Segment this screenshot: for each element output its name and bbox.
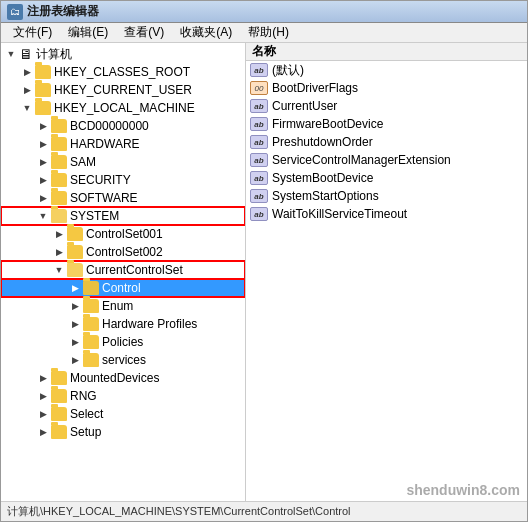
expander-ccs[interactable] <box>51 262 67 278</box>
tree-panel[interactable]: 🖥 计算机 HKEY_CLASSES_ROOT HKEY_CURRENT_USE… <box>1 43 246 501</box>
menu-file[interactable]: 文件(F) <box>5 22 60 43</box>
expander-setup[interactable] <box>35 424 51 440</box>
tree-node-policies[interactable]: Policies <box>1 333 245 351</box>
node-label-select: Select <box>70 407 103 421</box>
folder-icon-mounteddevices <box>51 371 67 385</box>
tree-node-cs001[interactable]: ControlSet001 <box>1 225 245 243</box>
expander-policies[interactable] <box>67 334 83 350</box>
node-label-enum: Enum <box>102 299 133 313</box>
expander-bcd[interactable] <box>35 118 51 134</box>
folder-icon-bcd <box>51 119 67 133</box>
expander-enum[interactable] <box>67 298 83 314</box>
expander-cs001[interactable] <box>51 226 67 242</box>
expander-select[interactable] <box>35 406 51 422</box>
reg-label-firmwarebootdevice: FirmwareBootDevice <box>272 117 383 131</box>
tree-node-bcd[interactable]: BCD00000000 <box>1 117 245 135</box>
reg-entry-bootdriverflags[interactable]: 00 BootDriverFlags <box>246 79 527 97</box>
expander-hwprofiles[interactable] <box>67 316 83 332</box>
expander-software[interactable] <box>35 190 51 206</box>
folder-icon-services <box>83 353 99 367</box>
node-label-computer: 计算机 <box>36 46 72 63</box>
reg-entry-waittokillservicetimeout[interactable]: ab WaitToKillServiceTimeout <box>246 205 527 223</box>
tree-node-rng[interactable]: RNG <box>1 387 245 405</box>
tree-node-hwprofiles[interactable]: Hardware Profiles <box>1 315 245 333</box>
tree-node-enum[interactable]: Enum <box>1 297 245 315</box>
expander-system[interactable] <box>35 208 51 224</box>
tree-node-select[interactable]: Select <box>1 405 245 423</box>
reg-label-waittokillservicetimeout: WaitToKillServiceTimeout <box>272 207 407 221</box>
folder-icon-hklm <box>35 101 51 115</box>
reg-label-systembootdevice: SystemBootDevice <box>272 171 373 185</box>
node-label-hwprofiles: Hardware Profiles <box>102 317 197 331</box>
right-panel: 名称 ab (默认) 00 BootDriverFlags ab Current… <box>246 43 527 501</box>
tree-node-sam[interactable]: SAM <box>1 153 245 171</box>
expander-control[interactable] <box>67 280 83 296</box>
folder-icon-enum <box>83 299 99 313</box>
reg-icon-firmwarebootdevice: ab <box>250 117 268 131</box>
expander-hkcr[interactable] <box>19 64 35 80</box>
expander-sam[interactable] <box>35 154 51 170</box>
node-label-security: SECURITY <box>70 173 131 187</box>
tree-node-services[interactable]: services <box>1 351 245 369</box>
menu-bar: 文件(F) 编辑(E) 查看(V) 收藏夹(A) 帮助(H) <box>1 23 527 43</box>
expander-security[interactable] <box>35 172 51 188</box>
expander-hkcu[interactable] <box>19 82 35 98</box>
node-label-services: services <box>102 353 146 367</box>
tree-node-cs002[interactable]: ControlSet002 <box>1 243 245 261</box>
reg-entry-servicecontrolmanagerextension[interactable]: ab ServiceControlManagerExtension <box>246 151 527 169</box>
reg-entry-systemstartoptions[interactable]: ab SystemStartOptions <box>246 187 527 205</box>
reg-label-preshutdownorder: PreshutdownOrder <box>272 135 373 149</box>
node-label-setup: Setup <box>70 425 101 439</box>
tree-node-mounteddevices[interactable]: MountedDevices <box>1 369 245 387</box>
node-label-hkcr: HKEY_CLASSES_ROOT <box>54 65 190 79</box>
tree-node-security[interactable]: SECURITY <box>1 171 245 189</box>
node-label-rng: RNG <box>70 389 97 403</box>
node-label-ccs: CurrentControlSet <box>86 263 183 277</box>
tree-node-system[interactable]: SYSTEM <box>1 207 245 225</box>
reg-entry-default[interactable]: ab (默认) <box>246 61 527 79</box>
expander-hardware[interactable] <box>35 136 51 152</box>
reg-entry-systembootdevice[interactable]: ab SystemBootDevice <box>246 169 527 187</box>
tree-node-software[interactable]: SOFTWARE <box>1 189 245 207</box>
menu-help[interactable]: 帮助(H) <box>240 22 297 43</box>
tree-node-control[interactable]: Control <box>1 279 245 297</box>
node-label-hardware: HARDWARE <box>70 137 140 151</box>
tree-node-setup[interactable]: Setup <box>1 423 245 441</box>
node-label-mounteddevices: MountedDevices <box>70 371 159 385</box>
expander-mounteddevices[interactable] <box>35 370 51 386</box>
window-title: 注册表编辑器 <box>27 3 99 20</box>
expander-hklm[interactable] <box>19 100 35 116</box>
folder-icon-cs002 <box>67 245 83 259</box>
tree-node-computer[interactable]: 🖥 计算机 <box>1 45 245 63</box>
reg-label-servicecontrolmanagerextension: ServiceControlManagerExtension <box>272 153 451 167</box>
menu-edit[interactable]: 编辑(E) <box>60 22 116 43</box>
expander-rng[interactable] <box>35 388 51 404</box>
folder-icon-cs001 <box>67 227 83 241</box>
node-label-policies: Policies <box>102 335 143 349</box>
tree-panel-inner: 🖥 计算机 HKEY_CLASSES_ROOT HKEY_CURRENT_USE… <box>1 43 245 443</box>
folder-icon-setup <box>51 425 67 439</box>
folder-icon-hkcr <box>35 65 51 79</box>
folder-icon-security <box>51 173 67 187</box>
reg-icon-systembootdevice: ab <box>250 171 268 185</box>
reg-entry-currentuser[interactable]: ab CurrentUser <box>246 97 527 115</box>
expander-computer[interactable] <box>3 46 19 62</box>
reg-label-default: (默认) <box>272 62 304 79</box>
node-label-software: SOFTWARE <box>70 191 138 205</box>
expander-cs002[interactable] <box>51 244 67 260</box>
status-path: 计算机\HKEY_LOCAL_MACHINE\SYSTEM\CurrentCon… <box>7 504 351 519</box>
tree-node-hkcr[interactable]: HKEY_CLASSES_ROOT <box>1 63 245 81</box>
tree-node-hkcu[interactable]: HKEY_CURRENT_USER <box>1 81 245 99</box>
reg-label-currentuser: CurrentUser <box>272 99 337 113</box>
reg-entry-firmwarebootdevice[interactable]: ab FirmwareBootDevice <box>246 115 527 133</box>
tree-node-hklm[interactable]: HKEY_LOCAL_MACHINE <box>1 99 245 117</box>
reg-entry-preshutdownorder[interactable]: ab PreshutdownOrder <box>246 133 527 151</box>
menu-favorites[interactable]: 收藏夹(A) <box>172 22 240 43</box>
folder-icon-control <box>83 281 99 295</box>
menu-view[interactable]: 查看(V) <box>116 22 172 43</box>
expander-services[interactable] <box>67 352 83 368</box>
tree-node-hardware[interactable]: HARDWARE <box>1 135 245 153</box>
folder-icon-software <box>51 191 67 205</box>
tree-node-ccs[interactable]: CurrentControlSet <box>1 261 245 279</box>
title-bar: 🗂 注册表编辑器 <box>1 1 527 23</box>
